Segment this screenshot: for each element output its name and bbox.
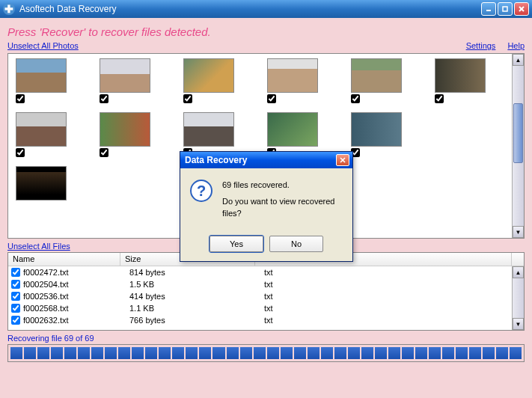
file-size: 766 bytes — [129, 316, 264, 325]
progress-panel — [7, 344, 525, 362]
photo-checkbox[interactable] — [351, 94, 360, 103]
photo-item[interactable] — [351, 58, 402, 103]
photo-item[interactable] — [16, 166, 67, 200]
settings-link[interactable]: Settings — [466, 41, 496, 50]
app-icon: ✚ — [3, 3, 15, 15]
recovery-dialog: Data Recovery ? 69 files recovered. Do y… — [180, 151, 353, 262]
svg-text:?: ? — [197, 183, 206, 199]
dialog-titlebar: Data Recovery — [180, 152, 352, 168]
file-name: f0002472.txt — [23, 268, 129, 277]
photo-item[interactable] — [16, 58, 67, 103]
help-link[interactable]: Help — [507, 41, 525, 50]
photo-thumbnail[interactable] — [435, 58, 486, 93]
photo-thumbnail[interactable] — [351, 112, 402, 147]
photo-thumbnail[interactable] — [351, 58, 402, 93]
file-name: f0002536.txt — [23, 292, 129, 301]
photo-item[interactable] — [183, 58, 234, 103]
file-ext: txt — [264, 304, 521, 313]
file-ext: txt — [264, 268, 521, 277]
photo-item[interactable] — [267, 58, 318, 103]
file-size: 414 bytes — [129, 292, 264, 301]
photo-thumbnail[interactable] — [183, 58, 234, 93]
file-checkbox[interactable] — [11, 316, 20, 325]
file-row[interactable]: f0002504.txt1.5 KBtxt — [8, 278, 524, 290]
photo-checkbox[interactable] — [16, 148, 25, 157]
photo-thumbnail[interactable] — [16, 112, 67, 147]
files-panel: Name Size Extension f0002472.txt814 byte… — [7, 252, 525, 331]
maximize-button[interactable] — [498, 2, 513, 16]
photo-checkbox[interactable] — [100, 148, 108, 157]
file-name: f0002632.txt — [23, 316, 129, 325]
status-text: Recovering file 69 of 69 — [7, 331, 525, 344]
photo-item[interactable] — [183, 112, 234, 157]
dialog-close-button[interactable] — [336, 154, 349, 166]
window-title: Asoftech Data Recovery — [19, 4, 481, 14]
question-icon: ? — [189, 179, 213, 203]
photos-scrollbar[interactable]: ▲ ▼ — [512, 54, 524, 238]
file-size: 814 bytes — [129, 268, 264, 277]
file-size: 1.1 KB — [129, 304, 264, 313]
dialog-line2: Do you want to view recovered files? — [222, 195, 343, 219]
file-checkbox[interactable] — [11, 268, 20, 277]
photo-thumbnail[interactable] — [100, 58, 150, 93]
unselect-all-files-link[interactable]: Unselect All Files — [7, 242, 70, 251]
file-row[interactable]: f0002632.txt766 bytestxt — [8, 314, 524, 326]
file-checkbox[interactable] — [11, 280, 20, 289]
photo-thumbnail[interactable] — [100, 112, 150, 147]
photo-item[interactable] — [435, 58, 486, 103]
photo-thumbnail[interactable] — [267, 58, 318, 93]
titlebar: ✚ Asoftech Data Recovery — [0, 0, 532, 18]
file-ext: txt — [264, 316, 521, 325]
photo-item[interactable] — [267, 112, 318, 157]
scroll-down-button[interactable]: ▼ — [513, 226, 524, 238]
unselect-all-photos-link[interactable]: Unselect All Photos — [7, 41, 79, 50]
scroll-up-button[interactable]: ▲ — [513, 54, 524, 66]
dialog-title: Data Recovery — [183, 155, 336, 165]
photo-item[interactable] — [351, 112, 402, 157]
dialog-text: 69 files recovered. Do you want to view … — [222, 179, 343, 224]
no-button[interactable]: No — [269, 236, 323, 252]
photo-thumbnail[interactable] — [16, 166, 67, 200]
yes-button[interactable]: Yes — [210, 236, 263, 252]
files-body: f0002472.txt814 bytestxt f0002504.txt1.5… — [8, 266, 524, 330]
svg-rect-1 — [503, 7, 507, 11]
file-ext: txt — [264, 280, 521, 289]
file-name: f0002504.txt — [23, 280, 129, 289]
file-checkbox[interactable] — [11, 304, 20, 313]
file-name: f0002568.txt — [23, 304, 129, 313]
scroll-up-button[interactable]: ▲ — [513, 266, 524, 278]
dialog-line1: 69 files recovered. — [222, 179, 343, 191]
photo-thumbnail[interactable] — [16, 58, 67, 93]
column-header-name[interactable]: Name — [8, 253, 120, 266]
close-button[interactable] — [514, 2, 529, 16]
scrollbar-thumb[interactable] — [513, 103, 523, 163]
photo-checkbox[interactable] — [100, 94, 108, 103]
photo-thumbnail[interactable] — [267, 112, 318, 147]
minimize-button[interactable] — [481, 2, 496, 16]
photo-item[interactable] — [16, 112, 67, 157]
photo-checkbox[interactable] — [16, 94, 25, 103]
photo-checkbox[interactable] — [435, 94, 444, 103]
photo-item[interactable] — [100, 58, 150, 103]
photo-checkbox[interactable] — [267, 94, 276, 103]
photo-thumbnail[interactable] — [183, 112, 234, 147]
file-ext: txt — [264, 292, 521, 301]
file-row[interactable]: f0002472.txt814 bytestxt — [8, 266, 524, 278]
file-row[interactable]: f0002536.txt414 bytestxt — [8, 290, 524, 302]
file-row[interactable]: f0002568.txt1.1 KBtxt — [8, 302, 524, 314]
photo-item[interactable] — [100, 112, 150, 157]
files-scrollbar[interactable]: ▲ ▼ — [512, 266, 524, 330]
progress-bar — [10, 347, 522, 359]
instruction-text: Press 'Recover' to recover files detecte… — [7, 22, 525, 40]
file-size: 1.5 KB — [129, 280, 264, 289]
scroll-down-button[interactable]: ▼ — [513, 318, 524, 330]
photo-checkbox[interactable] — [183, 94, 192, 103]
file-checkbox[interactable] — [11, 292, 20, 301]
